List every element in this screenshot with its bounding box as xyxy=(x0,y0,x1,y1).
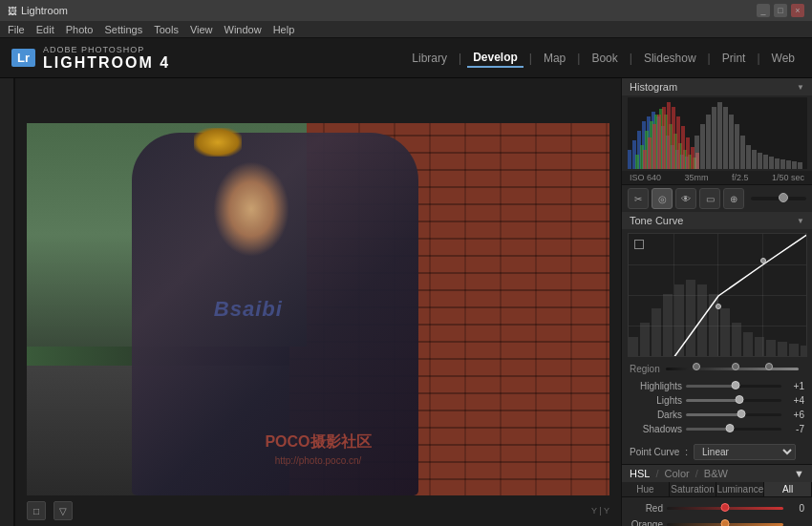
curve-marker xyxy=(634,240,644,249)
svg-rect-27 xyxy=(648,137,652,169)
tab-library[interactable]: Library xyxy=(406,50,453,67)
svg-rect-35 xyxy=(686,137,690,169)
lights-track[interactable] xyxy=(686,399,781,402)
photo-area: Bsaibi POCO摄影社区 http://photo.poco.cn/ □ … xyxy=(15,78,621,526)
svg-rect-33 xyxy=(676,116,680,169)
highlights-thumb[interactable] xyxy=(732,381,740,389)
hsl-sub-all[interactable]: All xyxy=(764,482,812,496)
svg-rect-43 xyxy=(723,107,728,169)
photo-container: Bsaibi POCO摄影社区 http://photo.poco.cn/ xyxy=(27,123,609,495)
region-row: Region xyxy=(622,361,812,377)
hsl-header: HSL / Color / B&W ▼ xyxy=(622,465,812,482)
svg-rect-13 xyxy=(635,155,639,169)
hsl-expand: ▼ xyxy=(794,468,804,479)
tool-slider-thumb xyxy=(779,193,788,202)
tab-web[interactable]: Web xyxy=(766,50,801,67)
tab-map[interactable]: Map xyxy=(538,50,571,67)
tool-icons-row: ✂ ◎ 👁 ▭ ⊕ xyxy=(622,185,812,212)
brush-tool[interactable]: ⊕ xyxy=(723,188,744,209)
hsl-tab-color[interactable]: Color xyxy=(664,468,689,479)
watermark-2: POCO摄影社区 http://photo.poco.cn/ xyxy=(265,432,371,467)
region-marker-1[interactable] xyxy=(693,363,700,370)
crop-tool[interactable]: ✂ xyxy=(628,188,649,209)
menu-view[interactable]: View xyxy=(190,24,213,35)
menu-settings[interactable]: Settings xyxy=(104,24,142,35)
menu-help[interactable]: Help xyxy=(273,24,295,35)
maximize-button[interactable]: □ xyxy=(774,4,787,17)
tab-print[interactable]: Print xyxy=(716,50,752,67)
svg-rect-40 xyxy=(706,115,711,169)
hsl-sub-lum[interactable]: Luminance xyxy=(716,482,764,496)
tone-curve-header[interactable]: Tone Curve ▼ xyxy=(622,212,812,229)
region-marker-3[interactable] xyxy=(765,363,773,370)
menu-edit[interactable]: Edit xyxy=(36,24,54,35)
svg-rect-34 xyxy=(681,126,685,169)
svg-rect-54 xyxy=(786,160,791,169)
watermark-1: Bsaibi xyxy=(214,297,283,322)
histogram-header[interactable]: Histogram ▼ xyxy=(622,78,812,95)
curve-dot-mid[interactable] xyxy=(716,304,721,309)
svg-rect-39 xyxy=(700,124,705,169)
darks-value: +6 xyxy=(785,410,804,420)
redeye-tool[interactable]: 👁 xyxy=(675,188,696,209)
orange-thumb[interactable] xyxy=(721,519,730,526)
shadows-track[interactable] xyxy=(686,428,781,431)
highlights-value: +1 xyxy=(785,381,804,391)
minimize-button[interactable]: _ xyxy=(757,4,770,17)
title-bar: 🖼 Lightroom _ □ × xyxy=(0,0,812,21)
grad-tool[interactable]: ▭ xyxy=(699,188,720,209)
photo-toolbar: □ ▽ Y | Y xyxy=(27,501,609,520)
region-marker-2[interactable] xyxy=(732,363,739,370)
photo-tool-2[interactable]: ▽ xyxy=(53,501,73,520)
tab-slideshow[interactable]: Slideshow xyxy=(638,50,702,67)
menu-photo[interactable]: Photo xyxy=(66,24,94,35)
menu-window[interactable]: Window xyxy=(224,24,262,35)
red-track[interactable] xyxy=(667,507,783,510)
close-button[interactable]: × xyxy=(791,4,804,17)
red-label: Red xyxy=(630,503,663,514)
adobe-label: ADOBE PHOTOSHOP xyxy=(43,45,170,54)
hsl-sub-sat[interactable]: Saturation xyxy=(670,482,717,496)
lights-row: Lights +4 xyxy=(630,395,804,406)
svg-rect-55 xyxy=(792,161,797,169)
histogram-svg xyxy=(628,97,807,169)
svg-rect-41 xyxy=(712,107,716,169)
hsl-tab-bw[interactable]: B&W xyxy=(704,468,728,479)
point-curve-sep: : xyxy=(685,447,688,457)
tone-curve-label: Tone Curve xyxy=(630,215,683,226)
svg-rect-32 xyxy=(672,107,675,169)
app-name-label: LIGHTROOM 4 xyxy=(43,54,170,71)
hsl-tab-hsl[interactable]: HSL xyxy=(630,468,650,479)
svg-rect-0 xyxy=(628,150,631,169)
shadows-thumb[interactable] xyxy=(726,424,735,432)
photo-tool-1[interactable]: □ xyxy=(27,501,46,520)
curve-canvas[interactable] xyxy=(628,233,807,357)
point-curve-row: Point Curve : Linear Medium Contrast Str… xyxy=(622,442,812,464)
tool-slider[interactable] xyxy=(751,197,806,200)
window-title: Lightroom xyxy=(21,5,68,16)
orange-label: Orange xyxy=(630,519,663,526)
tab-develop[interactable]: Develop xyxy=(467,49,524,68)
flowers xyxy=(194,128,242,157)
curve-dot-high[interactable] xyxy=(760,258,766,263)
lights-label: Lights xyxy=(630,395,682,406)
highlights-track[interactable] xyxy=(686,385,781,388)
highlights-label: Highlights xyxy=(630,381,682,391)
hsl-sub-hue[interactable]: Hue xyxy=(622,482,670,496)
left-panel xyxy=(0,78,15,526)
menu-file[interactable]: File xyxy=(8,24,25,35)
spot-tool[interactable]: ◎ xyxy=(652,188,673,209)
svg-rect-38 xyxy=(694,136,699,169)
darks-thumb[interactable] xyxy=(737,410,746,418)
lights-thumb[interactable] xyxy=(736,395,744,404)
tone-curve-section: Tone Curve ▼ xyxy=(622,212,812,465)
darks-track[interactable] xyxy=(686,413,781,416)
tab-book[interactable]: Book xyxy=(586,50,623,67)
point-curve-label: Point Curve xyxy=(630,447,679,457)
red-thumb[interactable] xyxy=(721,503,730,512)
point-curve-select[interactable]: Linear Medium Contrast Strong Contrast xyxy=(694,444,796,460)
shadows-row: Shadows -7 xyxy=(630,424,804,434)
hist-iso: ISO 640 xyxy=(630,173,661,182)
svg-rect-49 xyxy=(758,153,762,169)
menu-tools[interactable]: Tools xyxy=(154,24,179,35)
